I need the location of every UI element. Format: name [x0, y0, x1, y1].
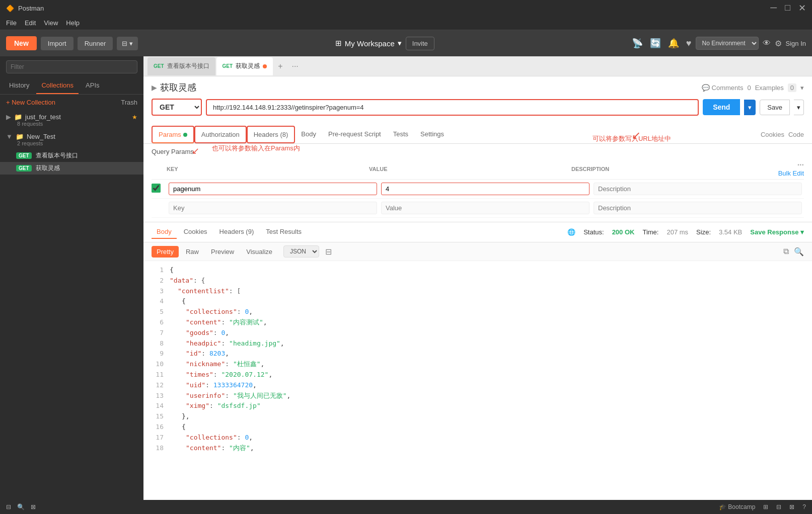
settings-icon[interactable]: ⚙: [775, 39, 782, 48]
minimize-btn[interactable]: ─: [770, 3, 777, 14]
satellite-icon[interactable]: 📡: [632, 38, 643, 49]
save-dropdown-button[interactable]: ▾: [794, 100, 804, 115]
menu-edit[interactable]: Edit: [25, 19, 36, 27]
menu-view[interactable]: View: [44, 19, 58, 27]
tab-add-button[interactable]: +: [274, 60, 286, 73]
sign-in-button[interactable]: Sign In: [786, 40, 806, 47]
params-tabs: Params Authorization Headers (8) Body Pr…: [143, 126, 812, 144]
bootcamp-label[interactable]: 🎓 Bootcamp: [719, 503, 755, 510]
find-icon[interactable]: 🔍: [17, 503, 25, 510]
collection-item-just-for-test[interactable]: ▶ 📁 just_for_test ★ 8 requests: [0, 110, 143, 130]
layout-full-icon[interactable]: ⊠: [789, 503, 794, 510]
param-row-1: [152, 180, 804, 199]
app-name: Postman: [18, 5, 44, 12]
response-tab-headers[interactable]: Headers (9): [214, 225, 259, 239]
pre-request-tab[interactable]: Pre-request Script: [322, 126, 387, 143]
params-tab[interactable]: Params: [152, 126, 194, 143]
sidebar: History Collections APIs + New Collectio…: [0, 56, 143, 500]
more-dots[interactable]: ···: [797, 160, 804, 169]
params-header: KEY VALUE DESCRIPTION ··· Bulk Edit: [152, 158, 804, 180]
sidebar-toggle-icon[interactable]: ⊟: [6, 503, 11, 510]
send-button[interactable]: Send: [703, 99, 740, 115]
workspace-dropdown-icon: ▾: [398, 39, 402, 48]
eye-icon[interactable]: 👁: [763, 39, 771, 48]
copy-icon[interactable]: ⧉: [783, 247, 789, 256]
json-line-3: 3 "contentlist": [: [152, 286, 804, 297]
body-tab-preview[interactable]: Preview: [206, 246, 239, 258]
json-line-13: 13 "userinfo": "我与人间已无敌",: [152, 391, 804, 401]
response-tab-body[interactable]: Body: [152, 225, 177, 239]
headers-tab[interactable]: Headers (8): [247, 126, 296, 143]
body-tab[interactable]: Body: [295, 126, 322, 143]
import-button[interactable]: Import: [41, 37, 73, 50]
tab-check-version[interactable]: GET 查看版本号接口: [147, 57, 215, 75]
response-tab-test-results[interactable]: Test Results: [261, 225, 307, 239]
trash-button[interactable]: Trash: [121, 99, 137, 106]
send-dropdown-button[interactable]: ▾: [744, 100, 756, 115]
save-button[interactable]: Save: [760, 100, 790, 115]
environment-selector[interactable]: No Environment: [696, 37, 759, 50]
param-key-input-1[interactable]: [169, 183, 377, 195]
query-params-table: Query Params ↙ 也可以将参数输入在Params内 KEY VALU…: [143, 144, 812, 222]
url-input[interactable]: [206, 99, 699, 116]
body-tab-visualize[interactable]: Visualize: [241, 246, 277, 258]
response-tab-cookies[interactable]: Cookies: [179, 225, 212, 239]
toolbar-icons: 📡 🔄 🔔 ♥: [632, 38, 692, 49]
param-value-input-empty[interactable]: [381, 202, 589, 214]
menu-help[interactable]: Help: [66, 19, 80, 27]
code-link[interactable]: Code: [788, 131, 804, 138]
param-desc-input-empty[interactable]: [594, 202, 802, 214]
collection-item-new-test[interactable]: ▼ 📁 New_Test 2 requests: [0, 130, 143, 149]
sidebar-search-input[interactable]: [6, 60, 137, 73]
format-select[interactable]: JSON XML HTML Text: [283, 245, 319, 258]
workspace-button[interactable]: ⊞ My Workspace ▾: [335, 39, 402, 48]
layout-split-icon[interactable]: ⊟: [776, 503, 781, 510]
save-response-button[interactable]: Save Response ▾: [750, 228, 804, 236]
param-value-input-1[interactable]: [381, 183, 589, 195]
param-key-input-empty[interactable]: [169, 202, 377, 214]
comments-label: 💬 Comments: [702, 84, 743, 92]
folder-icon-2: 📁: [16, 133, 24, 140]
examples-dropdown[interactable]: ▾: [800, 84, 804, 92]
console-icon[interactable]: ⊠: [31, 503, 36, 510]
search-icon[interactable]: 🔍: [794, 247, 804, 256]
get-badge-2: GET: [16, 165, 32, 172]
param-checkbox-1[interactable]: [152, 184, 161, 193]
close-btn[interactable]: ✕: [798, 3, 806, 14]
sync-icon[interactable]: 🔄: [650, 38, 661, 49]
json-line-8: 8 "headpic": "headimg.jpg",: [152, 338, 804, 349]
menu-file[interactable]: File: [6, 19, 17, 27]
param-desc-input-1[interactable]: [594, 183, 802, 195]
annotation-arrow-params: ↙: [192, 145, 199, 156]
layout-grid-icon[interactable]: ⊞: [763, 503, 768, 510]
bulk-edit-button[interactable]: Bulk Edit: [778, 169, 804, 177]
sidebar-tab-history[interactable]: History: [4, 77, 34, 94]
help-icon[interactable]: ?: [802, 503, 806, 510]
tab-get-inspiration[interactable]: GET 获取灵感: [216, 57, 273, 75]
settings-tab[interactable]: Settings: [414, 126, 450, 143]
body-tab-raw[interactable]: Raw: [181, 246, 204, 258]
workspace-name: My Workspace: [345, 39, 395, 48]
json-line-12: 12 "uid": 1333364720,: [152, 380, 804, 391]
star-icon: ★: [132, 114, 137, 121]
notification-icon[interactable]: 🔔: [668, 38, 679, 49]
tab-more-button[interactable]: ···: [287, 60, 302, 73]
sidebar-tab-apis[interactable]: APIs: [81, 77, 104, 94]
request-item-check-version[interactable]: GET 查看版本号接口: [0, 149, 143, 162]
layout-button[interactable]: ⊟ ▾: [117, 37, 138, 50]
invite-button[interactable]: Invite: [406, 37, 434, 50]
body-tab-pretty[interactable]: Pretty: [152, 246, 179, 258]
sidebar-tab-collections[interactable]: Collections: [36, 77, 79, 94]
method-select[interactable]: GET POST PUT DELETE: [152, 99, 202, 116]
examples-label: Examples: [755, 84, 784, 92]
cookies-link[interactable]: Cookies: [761, 131, 784, 138]
maximize-btn[interactable]: □: [785, 3, 790, 14]
request-item-get-inspiration[interactable]: GET 获取灵感: [0, 162, 143, 175]
format-icon[interactable]: ⊟: [325, 247, 332, 256]
authorization-tab[interactable]: Authorization: [194, 126, 247, 143]
heart-icon[interactable]: ♥: [686, 38, 692, 49]
tests-tab[interactable]: Tests: [387, 126, 414, 143]
new-collection-button[interactable]: + New Collection: [6, 99, 55, 106]
new-button[interactable]: New: [6, 36, 37, 50]
runner-button[interactable]: Runner: [78, 37, 113, 50]
